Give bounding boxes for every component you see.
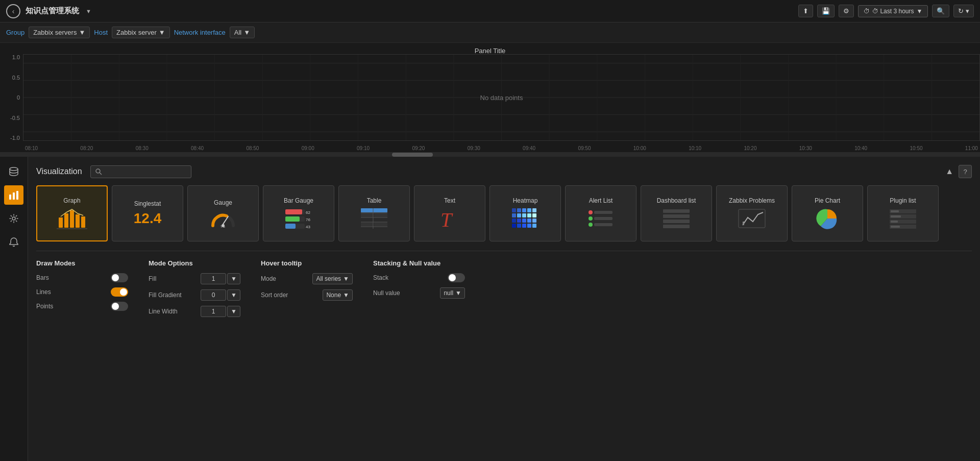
viz-table-label: Table	[367, 197, 382, 204]
save-button[interactable]: 💾	[817, 5, 835, 17]
tooltip-mode-dropdown[interactable]: All series ▼	[312, 273, 353, 284]
stack-toggle[interactable]	[448, 273, 465, 282]
fill-gradient-dropdown[interactable]: ▼	[227, 289, 240, 301]
network-interface-dropdown[interactable]: All ▼	[230, 27, 255, 38]
time-selector[interactable]: ⏱ ⏱ Last 3 hours ▼	[858, 5, 928, 17]
search-button[interactable]: 🔍	[932, 5, 949, 17]
lines-toggle[interactable]	[111, 287, 128, 297]
viz-item-text[interactable]: Text T	[414, 185, 485, 241]
viz-item-heatmap[interactable]: Heatmap	[489, 185, 561, 241]
chart-scrollbar-thumb[interactable]	[392, 153, 433, 157]
viz-item-bargauge[interactable]: Bar Gauge 62 76 43	[263, 185, 334, 241]
hover-tooltip-title: Hover tooltip	[261, 259, 353, 267]
svg-rect-90	[663, 220, 690, 223]
svg-rect-99	[891, 215, 901, 217]
help-button[interactable]: ?	[959, 165, 972, 178]
svg-rect-54	[361, 223, 373, 226]
viz-gauge-label: Gauge	[214, 199, 232, 206]
null-value-dropdown[interactable]: null ▼	[440, 287, 465, 299]
svg-rect-79	[522, 224, 526, 228]
svg-rect-93	[743, 222, 744, 225]
chart-scrollbar[interactable]	[0, 153, 980, 157]
viz-alertlist-label: Alert List	[589, 197, 613, 204]
host-dropdown[interactable]: Zabbix server ▼	[112, 27, 170, 38]
group-dropdown[interactable]: Zabbix servers ▼	[29, 27, 90, 38]
sidebar-database-icon[interactable]	[4, 162, 23, 181]
svg-rect-55	[374, 223, 387, 226]
bars-toggle[interactable]	[111, 273, 128, 282]
time-arrow: ▼	[916, 8, 922, 15]
network-interface-label: Network interface	[174, 29, 226, 36]
svg-line-30	[100, 173, 102, 175]
bars-toggle-knob	[112, 274, 119, 281]
svg-rect-101	[891, 226, 900, 228]
sidebar-settings-icon[interactable]	[4, 209, 23, 228]
network-interface-value: All	[234, 29, 241, 36]
svg-point-24	[10, 167, 18, 171]
svg-rect-65	[527, 208, 531, 212]
sidebar-chart-icon[interactable]	[4, 185, 23, 205]
viz-item-alertlist[interactable]: Alert List	[565, 185, 636, 241]
viz-item-gauge[interactable]: Gauge 79	[187, 185, 259, 241]
vis-search-box[interactable]	[90, 165, 191, 178]
line-width-label: Line Width	[149, 308, 189, 315]
refresh-button[interactable]: ↻ ▾	[953, 5, 974, 17]
chart-inner: No data points	[23, 54, 980, 141]
sidebar-bell-icon[interactable]	[4, 232, 23, 252]
points-toggle[interactable]	[111, 302, 128, 311]
viz-item-dashlist[interactable]: Dashboard list	[641, 185, 712, 241]
panel-title: Panel Title	[475, 47, 506, 55]
viz-item-pluginlist[interactable]: Plugin list	[867, 185, 939, 241]
host-arrow: ▼	[159, 29, 165, 36]
filter-bar: Group Zabbix servers ▼ Host Zabbix serve…	[0, 22, 980, 43]
stack-row: Stack	[373, 273, 465, 282]
share-button[interactable]: ⬆	[798, 5, 813, 17]
collapse-button[interactable]: ▲	[945, 167, 953, 176]
top-bar: ‹ 知识点管理系统 ▼ ⬆ 💾 ⚙ ⏱ ⏱ Last 3 hours ▼ 🔍 ↻…	[0, 0, 980, 22]
svg-rect-47	[285, 224, 296, 229]
sidebar	[0, 157, 28, 461]
heatmap-preview-icon	[511, 207, 540, 230]
svg-rect-81	[532, 224, 536, 228]
line-width-input[interactable]	[201, 306, 226, 317]
search-input[interactable]	[105, 168, 187, 176]
sort-order-dropdown[interactable]: None ▼	[323, 289, 353, 301]
vis-title: Visualization	[36, 167, 82, 176]
fill-gradient-input[interactable]	[201, 289, 226, 301]
points-toggle-knob	[112, 303, 119, 310]
svg-rect-27	[16, 191, 18, 200]
fill-gradient-row: Fill Gradient ▼	[149, 289, 240, 301]
viz-item-piechart[interactable]: Pie Chart	[792, 185, 863, 241]
graph-preview-icon	[57, 207, 87, 230]
viz-item-problems[interactable]: Zabbix Problems	[716, 185, 788, 241]
back-button[interactable]: ‹	[6, 4, 20, 18]
group-arrow: ▼	[79, 29, 85, 36]
fill-dropdown[interactable]: ▼	[227, 273, 240, 284]
svg-text:43: 43	[306, 225, 310, 229]
svg-point-86	[589, 223, 593, 227]
stacking-group: Stacking & Null value Stack Null value n…	[373, 259, 465, 322]
bars-row: Bars	[36, 273, 128, 282]
fill-row: Fill ▼	[149, 273, 240, 284]
gauge-preview-icon: 79	[209, 209, 237, 228]
app-title-arrow: ▼	[86, 8, 91, 14]
viz-item-table[interactable]: Table	[338, 185, 410, 241]
svg-rect-73	[517, 219, 521, 223]
svg-rect-85	[594, 217, 612, 220]
points-row: Points	[36, 302, 128, 311]
host-label: Host	[94, 29, 108, 36]
vis-header: Visualization ▲ ?	[36, 165, 972, 178]
sort-order-row: Sort order None ▼	[261, 289, 353, 301]
host-value: Zabbix server	[116, 29, 157, 36]
y-axis-labels: 1.0 0.5 0 -0.5 -1.0	[0, 54, 23, 141]
fill-input[interactable]	[201, 273, 226, 284]
svg-rect-69	[522, 213, 526, 217]
line-width-dropdown[interactable]: ▼	[227, 306, 240, 317]
svg-rect-52	[361, 218, 373, 222]
viz-item-graph[interactable]: Graph	[36, 185, 108, 241]
viz-item-singlestat[interactable]: Singlestat 12.4	[112, 185, 183, 241]
line-width-row: Line Width ▼	[149, 306, 240, 317]
pluginlist-preview-icon	[889, 207, 917, 230]
svg-text:76: 76	[306, 217, 310, 222]
settings-button[interactable]: ⚙	[839, 5, 854, 17]
